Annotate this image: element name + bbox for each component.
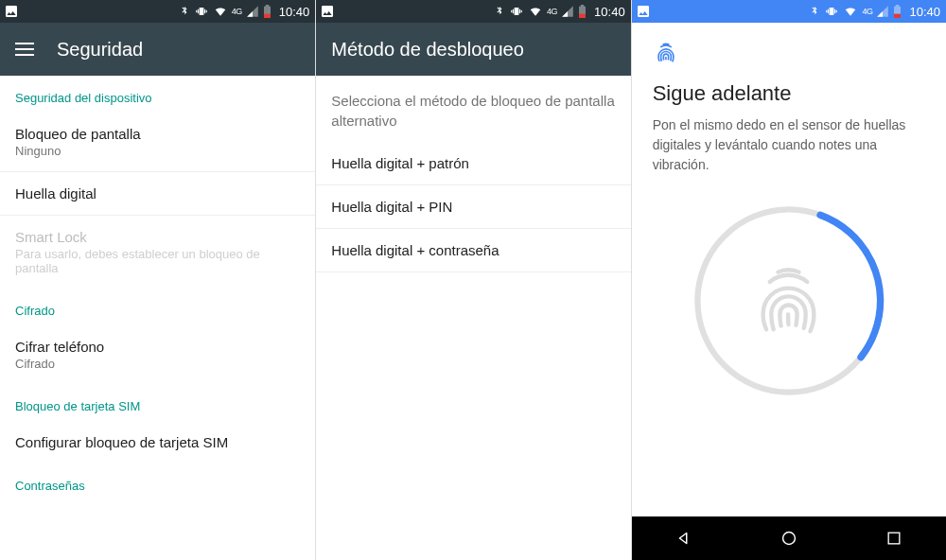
status-bar: 4G 10:40 [632,0,946,23]
screen-security: 4G 10:40 Seguridad Seguridad del disposi… [0,0,315,560]
bluetooth-icon [809,5,820,18]
item-title: Huella digital + patrón [331,155,615,171]
fingerprint-large-icon [690,201,888,400]
signal-4g-icon: 4G [862,7,872,16]
nav-recents-button[interactable] [875,519,913,557]
app-bar: Método de desbloqueo [316,23,630,76]
signal-icon [561,5,574,18]
item-title: Huella digital [15,185,300,201]
fingerprint-icon [653,40,925,70]
signal-4g-icon: 4G [547,7,557,16]
wifi-icon [528,5,543,18]
status-time: 10:40 [279,5,310,19]
battery-icon [578,5,587,18]
section-device-security: Seguridad del dispositivo [0,76,315,113]
page-title: Método de desbloqueo [331,39,524,61]
status-time: 10:40 [594,5,625,19]
signal-4g-icon: 4G [232,7,242,16]
status-bar: 4G 10:40 [0,0,315,23]
status-bar: 4G 10:40 [316,0,630,23]
picture-icon [320,4,335,19]
nav-home-button[interactable] [770,519,808,557]
page-title: Seguridad [57,39,143,61]
option-password[interactable]: Huella digital + contraseña [316,229,630,272]
enroll-body: Sigue adelante Pon el mismo dedo en el s… [632,23,946,400]
option-pattern[interactable]: Huella digital + patrón [316,142,630,185]
item-sim-lock[interactable]: Configurar bloqueo de tarjeta SIM [0,421,315,464]
settings-list: Seguridad del dispositivo Bloqueo de pan… [0,76,315,560]
screen-fingerprint-enroll: 4G 10:40 Sigue adelante Pon el mismo ded… [631,0,946,560]
unlock-options: Selecciona el método de bloqueo de panta… [316,76,630,560]
bluetooth-icon [494,5,505,18]
menu-icon[interactable] [15,43,34,56]
section-encryption: Cifrado [0,289,315,325]
screen-unlock-method: 4G 10:40 Método de desbloqueo Selecciona… [315,0,630,560]
item-screen-lock[interactable]: Bloqueo de pantalla Ninguno [0,113,315,172]
svg-point-2 [782,533,795,545]
navigation-bar [632,516,946,560]
vibrate-icon [824,5,839,18]
app-bar: Seguridad [0,23,315,76]
vibrate-icon [509,5,524,18]
item-fingerprint[interactable]: Huella digital [0,172,315,216]
battery-icon [263,5,272,18]
item-subtitle: Ninguno [15,144,300,158]
nav-back-button[interactable] [665,519,703,557]
wifi-icon [213,5,228,18]
section-passwords: Contraseñas [0,464,315,500]
instruction-text: Selecciona el método de bloqueo de panta… [316,76,630,142]
item-encrypt-phone[interactable]: Cifrar teléfono Cifrado [0,325,315,384]
status-time: 10:40 [909,5,940,19]
enroll-instruction: Pon el mismo dedo en el sensor de huella… [653,115,925,175]
bluetooth-icon [179,5,190,18]
item-title: Huella digital + PIN [331,199,615,215]
item-smart-lock: Smart Lock Para usarlo, debes establecer… [0,216,315,289]
vibrate-icon [194,5,209,18]
item-title: Huella digital + contraseña [331,242,615,258]
svg-rect-3 [888,533,900,544]
item-title: Cifrar teléfono [15,339,300,355]
picture-icon [636,4,651,19]
item-title: Bloqueo de pantalla [15,126,300,142]
signal-icon [876,5,889,18]
option-pin[interactable]: Huella digital + PIN [316,185,630,229]
picture-icon [4,4,19,19]
wifi-icon [843,5,858,18]
item-subtitle: Para usarlo, debes establecer un bloqueo… [15,247,300,275]
fingerprint-progress [653,201,925,400]
section-sim-lock: Bloqueo de tarjeta SIM [0,384,315,421]
enroll-title: Sigue adelante [653,81,925,106]
battery-icon [893,5,902,18]
item-subtitle: Cifrado [15,357,300,371]
item-title: Configurar bloqueo de tarjeta SIM [15,434,300,450]
signal-icon [246,5,259,18]
item-title: Smart Lock [15,229,300,245]
